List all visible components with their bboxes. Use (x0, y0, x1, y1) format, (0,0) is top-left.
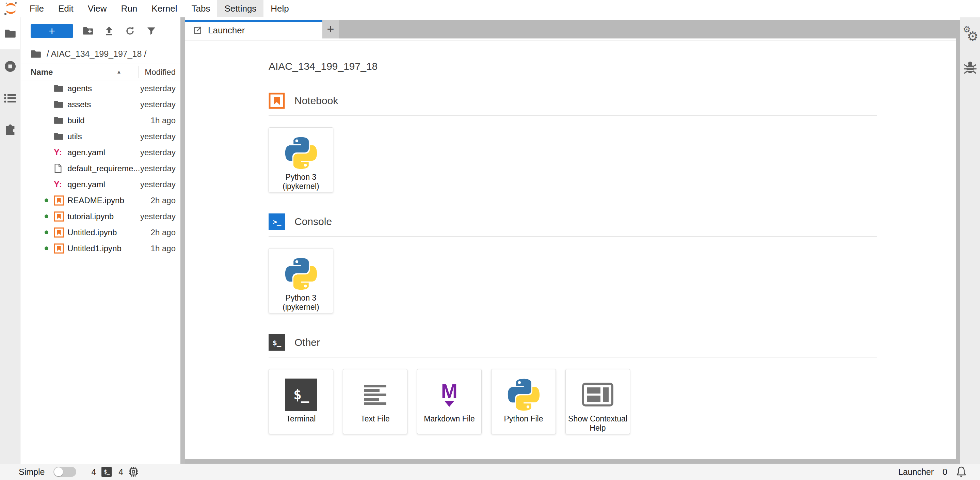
launcher-card-text-file[interactable]: Text File (343, 369, 407, 434)
yaml-file-icon: Y: (54, 148, 67, 157)
text-file-icon (361, 378, 389, 411)
file-row-default-requirements[interactable]: default_requireme... yesterday (21, 161, 180, 176)
file-name: Untitled.ipynb (67, 228, 117, 237)
file-modified: 2h ago (151, 196, 180, 205)
folder-icon (54, 116, 67, 125)
new-folder-icon (83, 26, 93, 35)
card-label: Terminal (284, 414, 318, 423)
filter-button[interactable] (141, 27, 162, 35)
file-row-assets[interactable]: assets yesterday (21, 96, 180, 112)
file-name: agen.yaml (67, 148, 105, 157)
menu-item-tabs[interactable]: Tabs (184, 0, 217, 17)
section-rule (269, 357, 877, 358)
file-row-tutorial-ipynb[interactable]: tutorial.ipynb yesterday (21, 208, 180, 224)
notebook-icon (269, 92, 285, 109)
sidebar-tab-table-of-contents[interactable] (0, 93, 20, 103)
file-row-agents[interactable]: agents yesterday (21, 80, 180, 96)
launcher-card-markdown-file[interactable]: M Markdown File (417, 369, 482, 434)
file-modified: 2h ago (151, 228, 180, 237)
dock-top-gap (185, 17, 960, 20)
python-logo-icon (285, 257, 317, 290)
menu-item-help[interactable]: Help (264, 0, 296, 17)
panel-divider[interactable] (180, 17, 185, 464)
status-bar: Simple 4 $_ 4 Launcher 0 (0, 464, 980, 480)
launcher-card-python-file[interactable]: Python File (491, 369, 556, 434)
folder-icon (54, 84, 67, 92)
breadcrumb[interactable]: / AIAC_134_199_197_18 / (21, 44, 180, 64)
stop-circle-icon (3, 60, 17, 73)
launcher-card-console-python3[interactable]: Python 3 (ipykernel) (269, 248, 333, 313)
card-label: Python 3 (ipykernel) (280, 173, 321, 191)
launcher-card-show-contextual-help[interactable]: Show Contextual Help (565, 369, 630, 434)
file-browser-panel: + (21, 17, 180, 464)
file-row-untitled1-ipynb[interactable]: Untitled1.ipynb 1h ago (21, 240, 180, 256)
add-tab-button[interactable]: + (322, 20, 339, 38)
refresh-button[interactable] (119, 26, 141, 36)
notifications-bell-button[interactable] (956, 466, 966, 478)
launcher-section-console: >_ Console Python 3 (ipykernel) (269, 213, 956, 313)
sidebar-tab-running-kernels[interactable] (0, 60, 20, 73)
upload-icon (105, 26, 114, 36)
launcher-section-notebook: Notebook Python 3 (ipykernel) (269, 92, 956, 192)
console-icon: >_ (269, 213, 285, 230)
file-row-utils[interactable]: utils yesterday (21, 128, 180, 144)
file-list-header: Name ▲ Modified (21, 64, 180, 80)
launcher-card-terminal[interactable]: $_ Terminal (269, 369, 333, 434)
gear-big-icon: ⚙ (967, 29, 978, 44)
simple-mode-toggle[interactable] (53, 467, 76, 477)
sidebar-tab-extensions[interactable] (0, 121, 20, 135)
kernel-status-button[interactable] (128, 466, 139, 477)
notifications-count[interactable]: 0 (943, 467, 947, 477)
card-label: Python File (502, 414, 545, 423)
kernel-running-indicator (45, 199, 48, 202)
file-name: default_requireme... (67, 164, 140, 173)
terminal-status-icon[interactable]: $_ (102, 467, 111, 477)
simple-mode-label: Simple (19, 467, 45, 477)
workspace-row: + (0, 17, 980, 464)
section-label: Other (294, 337, 320, 348)
sidebar-tab-debugger[interactable] (964, 60, 977, 76)
bug-icon (964, 60, 977, 75)
file-row-qgen-yaml[interactable]: Y: qgen.yaml yesterday (21, 176, 180, 192)
kernels-count[interactable]: 4 (118, 467, 123, 477)
file-name: qgen.yaml (67, 180, 105, 189)
file-name: assets (67, 100, 91, 109)
menu-item-edit[interactable]: Edit (51, 0, 81, 17)
yaml-file-icon: Y: (54, 180, 67, 189)
file-name: Untitled1.ipynb (67, 244, 121, 253)
column-header-modified[interactable]: Modified (145, 67, 180, 77)
menu-item-kernel[interactable]: Kernel (144, 0, 184, 17)
upload-button[interactable] (99, 26, 119, 36)
launcher-card-notebook-python3[interactable]: Python 3 (ipykernel) (269, 127, 333, 192)
section-label: Console (294, 216, 332, 227)
jupyter-logo-icon (3, 1, 18, 16)
status-context-label: Launcher (898, 467, 934, 477)
new-launcher-button[interactable]: + (31, 24, 73, 38)
terminals-count[interactable]: 4 (91, 467, 96, 477)
file-row-build[interactable]: build 1h ago (21, 112, 180, 128)
file-row-untitled-ipynb[interactable]: Untitled.ipynb 2h ago (21, 224, 180, 240)
menu-bar: File Edit View Run Kernel Tabs Settings … (0, 0, 980, 17)
file-modified: yesterday (140, 84, 180, 93)
menu-item-settings[interactable]: Settings (217, 0, 264, 17)
file-row-readme-ipynb[interactable]: README.ipynb 2h ago (21, 192, 180, 208)
file-row-agen-yaml[interactable]: Y: agen.yaml yesterday (21, 144, 180, 161)
menu-item-run[interactable]: Run (114, 0, 145, 17)
main-dock: Launcher + AIAC_134_199_197_18 Notebook (185, 17, 960, 464)
file-name: agents (67, 84, 92, 93)
column-header-name[interactable]: Name (21, 67, 53, 77)
file-modified: 1h ago (151, 116, 180, 125)
launcher-panel: AIAC_134_199_197_18 Notebook (185, 38, 956, 459)
sidebar-tab-file-browser[interactable] (0, 17, 20, 49)
list-icon (4, 93, 17, 103)
menu-item-view[interactable]: View (81, 0, 114, 17)
tab-launcher[interactable]: Launcher (185, 20, 322, 38)
menu-item-file[interactable]: File (22, 0, 51, 17)
new-folder-button[interactable] (77, 26, 99, 35)
sidebar-tab-property-inspector[interactable]: ⚙ ⚙ (962, 25, 978, 44)
folder-icon (5, 29, 16, 38)
toggle-knob (54, 467, 63, 476)
file-modified: yesterday (140, 132, 180, 141)
breadcrumb-path[interactable]: / AIAC_134_199_197_18 / (47, 49, 146, 59)
card-label: Show Contextual Help (566, 414, 630, 433)
